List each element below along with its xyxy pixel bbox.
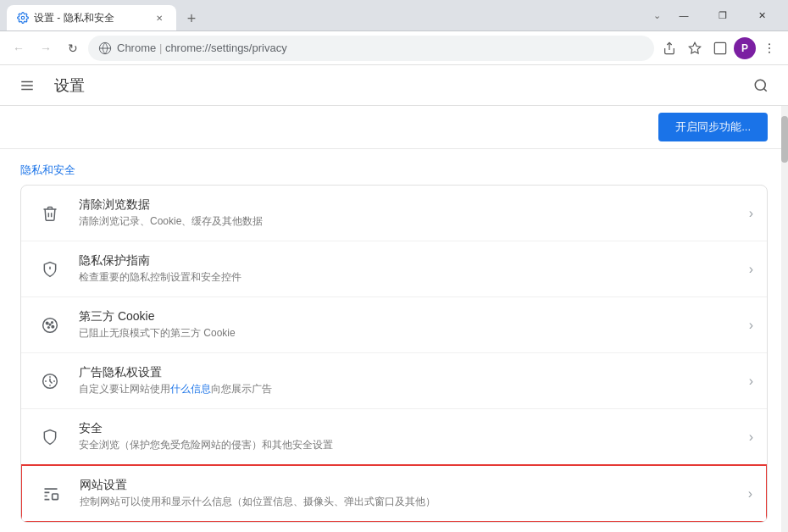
ad-privacy-arrow-icon: › bbox=[749, 374, 753, 389]
share-icon bbox=[663, 42, 676, 55]
privacy-guide-arrow-icon: › bbox=[749, 262, 753, 277]
settings-topbar: 设置 bbox=[0, 65, 788, 106]
site-settings-subtitle: 控制网站可以使用和显示什么信息（如位置信息、摄像头、弹出式窗口及其他） bbox=[80, 495, 741, 509]
privacy-guide-content: 隐私保护指南 检查重要的隐私控制设置和安全控件 bbox=[79, 253, 742, 285]
svg-marker-3 bbox=[689, 42, 700, 53]
svg-line-12 bbox=[763, 88, 766, 91]
extensions-icon bbox=[713, 42, 727, 55]
hamburger-icon bbox=[19, 78, 35, 93]
security-item[interactable]: 安全 安全浏览（保护您免受危险网站的侵害）和其他安全设置 › bbox=[21, 409, 767, 465]
back-button[interactable]: ← bbox=[7, 36, 31, 60]
ad-privacy-item[interactable]: 广告隐私权设置 自定义要让网站使用什么信息向您展示广告 › bbox=[21, 353, 767, 409]
tab-strip: 设置 - 隐私和安全 ✕ + bbox=[7, 0, 653, 30]
svg-point-18 bbox=[52, 325, 54, 328]
tab-title: 设置 - 隐私和安全 bbox=[34, 11, 114, 25]
settings-container: 设置 开启同步功能... 隐私和安全 bbox=[0, 65, 788, 532]
svg-rect-4 bbox=[714, 42, 725, 53]
site-settings-item[interactable]: 网站设置 控制网站可以使用和显示什么信息（如位置信息、摄像头、弹出式窗口及其他）… bbox=[20, 464, 768, 523]
active-tab[interactable]: 设置 - 隐私和安全 ✕ bbox=[7, 5, 176, 30]
hamburger-menu-button[interactable] bbox=[14, 72, 41, 99]
share-button[interactable] bbox=[658, 36, 681, 60]
svg-point-5 bbox=[769, 43, 770, 45]
toolbar-actions: P bbox=[658, 36, 781, 60]
ad-privacy-content: 广告隐私权设置 自定义要让网站使用什么信息向您展示广告 bbox=[79, 365, 742, 396]
privacy-guide-icon bbox=[35, 254, 65, 285]
third-party-cookie-icon bbox=[35, 310, 65, 341]
svg-point-6 bbox=[769, 47, 770, 49]
site-info-icon[interactable] bbox=[98, 42, 112, 55]
reload-button[interactable]: ↻ bbox=[61, 36, 85, 60]
minimize-icon bbox=[680, 9, 689, 21]
security-title: 安全 bbox=[79, 421, 742, 436]
window-controls: ⌄ bbox=[653, 0, 781, 30]
settings-card: 清除浏览数据 清除浏览记录、Cookie、缓存及其他数据 › bbox=[20, 185, 768, 523]
star-icon bbox=[688, 42, 702, 55]
back-icon: ← bbox=[13, 42, 25, 55]
security-icon bbox=[35, 422, 65, 452]
site-settings-arrow-icon: › bbox=[748, 486, 752, 502]
privacy-guide-item[interactable]: 隐私保护指南 检查重要的隐私控制设置和安全控件 › bbox=[21, 241, 767, 297]
chrome-menu-icon bbox=[763, 42, 776, 55]
globe-icon bbox=[98, 42, 112, 55]
forward-icon: → bbox=[40, 42, 52, 55]
settings-search-button[interactable] bbox=[747, 72, 774, 99]
bookmark-button[interactable] bbox=[683, 36, 707, 60]
close-icon bbox=[758, 9, 766, 21]
omnibox[interactable]: Chrome | chrome://settings/privacy bbox=[88, 36, 654, 61]
address-bar: ← → ↻ Chrome | chrome://settings/privacy bbox=[0, 31, 788, 65]
minimize-button[interactable] bbox=[664, 2, 703, 29]
third-party-cookie-content: 第三方 Cookie 已阻止无痕模式下的第三方 Cookie bbox=[79, 309, 742, 341]
site-settings-content: 网站设置 控制网站可以使用和显示什么信息（如位置信息、摄像头、弹出式窗口及其他） bbox=[80, 478, 741, 509]
search-icon bbox=[753, 78, 769, 93]
forward-button[interactable]: → bbox=[34, 36, 58, 60]
clear-browsing-subtitle: 清除浏览记录、Cookie、缓存及其他数据 bbox=[79, 214, 742, 229]
restore-icon bbox=[719, 9, 727, 21]
svg-point-17 bbox=[52, 321, 53, 323]
url-path: chrome://settings/privacy bbox=[165, 42, 287, 54]
tab-strip-collapse[interactable]: ⌄ bbox=[653, 10, 661, 21]
reload-icon: ↻ bbox=[68, 42, 78, 55]
settings-main: 设置 开启同步功能... 隐私和安全 bbox=[0, 65, 788, 532]
site-settings-icon bbox=[36, 479, 66, 509]
third-party-cookie-arrow-icon: › bbox=[749, 318, 753, 333]
scrollbar-track[interactable] bbox=[781, 106, 788, 532]
security-arrow-icon: › bbox=[749, 429, 753, 445]
clear-browsing-arrow-icon: › bbox=[749, 206, 753, 221]
ad-privacy-link[interactable]: 什么信息 bbox=[170, 383, 211, 395]
svg-point-20 bbox=[49, 324, 51, 325]
svg-point-19 bbox=[48, 326, 50, 328]
scroll-container: 开启同步功能... 隐私和安全 bbox=[0, 106, 788, 532]
close-button[interactable] bbox=[742, 2, 781, 29]
extensions-button[interactable] bbox=[708, 36, 732, 60]
site-settings-title: 网站设置 bbox=[80, 478, 741, 493]
menu-button[interactable] bbox=[757, 36, 781, 60]
top-partial-area: 开启同步功能... bbox=[0, 106, 788, 149]
svg-point-11 bbox=[755, 80, 765, 90]
third-party-cookie-item[interactable]: 第三方 Cookie 已阻止无痕模式下的第三方 Cookie › bbox=[21, 297, 767, 353]
profile-avatar: P bbox=[741, 42, 748, 54]
svg-point-16 bbox=[46, 322, 48, 324]
tab-favicon-icon bbox=[17, 12, 29, 24]
third-party-cookie-subtitle: 已阻止无痕模式下的第三方 Cookie bbox=[79, 326, 742, 341]
url-display: Chrome | chrome://settings/privacy bbox=[117, 42, 644, 54]
clear-browsing-title: 清除浏览数据 bbox=[79, 197, 742, 213]
url-scheme: Chrome bbox=[117, 42, 156, 54]
clear-browsing-content: 清除浏览数据 清除浏览记录、Cookie、缓存及其他数据 bbox=[79, 197, 742, 229]
ad-privacy-subtitle: 自定义要让网站使用什么信息向您展示广告 bbox=[79, 382, 742, 396]
privacy-guide-subtitle: 检查重要的隐私控制设置和安全控件 bbox=[79, 270, 742, 285]
security-subtitle: 安全浏览（保护您免受危险网站的侵害）和其他安全设置 bbox=[79, 438, 742, 452]
restore-button[interactable] bbox=[703, 2, 742, 29]
url-separator: | bbox=[159, 42, 165, 54]
clear-browsing-icon bbox=[35, 198, 65, 229]
tab-close-button[interactable]: ✕ bbox=[153, 11, 166, 25]
profile-button[interactable]: P bbox=[734, 37, 756, 59]
scrollbar-thumb[interactable] bbox=[781, 116, 788, 163]
ad-privacy-title: 广告隐私权设置 bbox=[79, 365, 742, 380]
section-privacy-label: 隐私和安全 bbox=[0, 149, 788, 185]
security-content: 安全 安全浏览（保护您免受危险网站的侵害）和其他安全设置 bbox=[79, 421, 742, 452]
clear-browsing-item[interactable]: 清除浏览数据 清除浏览记录、Cookie、缓存及其他数据 › bbox=[21, 186, 767, 241]
new-tab-button[interactable]: + bbox=[180, 7, 203, 30]
svg-point-7 bbox=[769, 51, 770, 53]
sync-button[interactable]: 开启同步功能... bbox=[658, 113, 768, 141]
ad-privacy-icon bbox=[35, 366, 65, 396]
